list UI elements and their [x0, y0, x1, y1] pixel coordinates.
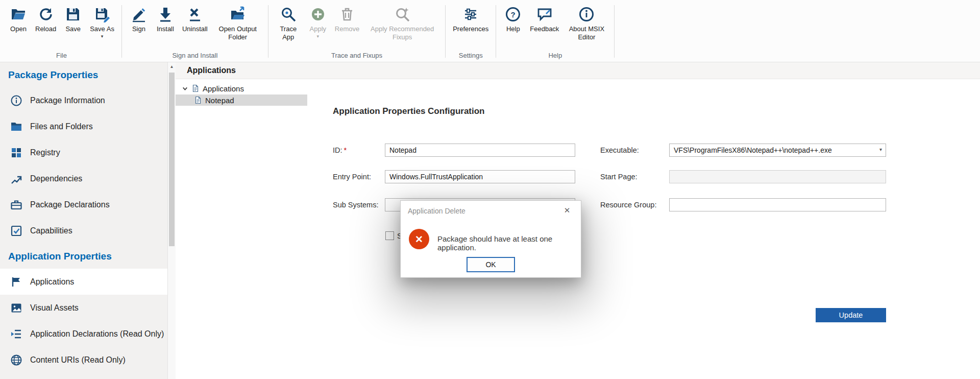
sidebar-item-package-declarations[interactable]: Package Declarations [0, 192, 167, 218]
dialog-ok-button[interactable]: OK [467, 257, 515, 272]
dialog-message: Package should have at least one applica… [437, 234, 581, 252]
document-icon [191, 84, 200, 92]
tree-item-label: Notepad [205, 96, 234, 105]
open-button[interactable]: Open [5, 4, 32, 34]
chevron-down-icon[interactable]: ▾ [101, 34, 104, 39]
output-folder-icon [229, 5, 247, 23]
sidebar-item-label: Package Declarations [30, 200, 110, 209]
feedback-button[interactable]: Feedback [526, 4, 562, 34]
resource-group-input[interactable] [669, 198, 886, 211]
ribbon-separator [496, 5, 496, 58]
save-icon [64, 5, 82, 23]
ribbon-group-sign-label: Sign and Install [124, 52, 266, 59]
ribbon-group-help-label: Help [498, 52, 612, 59]
tree-item-applications[interactable]: Applications [176, 83, 307, 94]
about-info-icon [577, 5, 596, 23]
save-as-label: Save As [90, 25, 114, 33]
save-label: Save [65, 25, 81, 33]
applications-tree: Applications Notepad [176, 79, 307, 379]
close-icon[interactable]: ✕ [561, 206, 573, 215]
required-asterisk: * [344, 146, 347, 154]
apply-recommended-fixups-label: Apply Recommended Fixups [366, 25, 438, 41]
help-button[interactable]: ? Help [500, 4, 526, 34]
ribbon-separator [614, 5, 615, 58]
sign-pen-icon [130, 5, 148, 23]
sidebar-item-application-declarations[interactable]: Application Declarations (Read Only) [0, 321, 167, 347]
ribbon-group-sign-and-install: Sign Install Uninstall Open Output Folde… [124, 0, 266, 62]
chevron-down-icon[interactable] [182, 85, 188, 92]
dialog-title: Application Delete [408, 207, 465, 215]
sign-button[interactable]: Sign [126, 4, 152, 34]
update-button[interactable]: Update [816, 308, 886, 322]
sub-systems-label: Sub Systems: [333, 201, 378, 209]
error-x-glyph: ✕ [415, 233, 423, 245]
sidebar-item-package-information[interactable]: Package Information [0, 87, 167, 113]
entry-point-input[interactable] [385, 170, 575, 183]
about-msix-editor-label: About MSIX Editor [566, 25, 607, 41]
save-button[interactable]: Save [60, 4, 86, 34]
checkbox-check-icon [10, 225, 22, 237]
sidebar-item-capabilities[interactable]: Capabilities [0, 218, 167, 244]
svg-text:?: ? [511, 10, 516, 19]
dependencies-arrow-icon [10, 173, 22, 185]
tree-item-label: Applications [203, 84, 244, 93]
apply-plus-icon [309, 5, 327, 23]
preferences-button[interactable]: Preferences [449, 4, 492, 34]
briefcase-icon [10, 199, 22, 211]
tree-item-notepad[interactable]: Notepad [176, 94, 307, 106]
apply-button: Apply ▾ [305, 4, 331, 40]
sidebar-item-dependencies[interactable]: Dependencies [0, 165, 167, 192]
image-icon [10, 302, 22, 314]
section-title-application-properties: Application Properties [0, 244, 167, 269]
executable-value: VFS\ProgramFilesX86\Notepad++\notepad++.… [674, 146, 832, 154]
error-icon: ✕ [409, 229, 429, 249]
ribbon-group-trace-label: Trace and Fixups [270, 52, 444, 59]
install-button[interactable]: Install [152, 4, 179, 34]
form-title: Application Properties Configuration [333, 106, 485, 116]
reload-button[interactable]: Reload [32, 4, 60, 34]
dropdown-arrow-icon[interactable]: ▾ [879, 147, 882, 152]
executable-dropdown[interactable]: VFS\ProgramFilesX86\Notepad++\notepad++.… [669, 144, 886, 157]
ribbon-group-file-label: File [3, 52, 120, 59]
folder-icon [10, 121, 22, 133]
about-msix-editor-button[interactable]: About MSIX Editor [562, 4, 610, 42]
sidebar-item-label: Content URIs (Read Only) [30, 356, 126, 365]
trace-app-label: Trace App [276, 25, 301, 41]
id-input[interactable] [385, 144, 575, 157]
form-checkbox[interactable] [385, 231, 394, 240]
id-label: ID:* [333, 146, 347, 154]
remove-label: Remove [335, 25, 359, 33]
sidebar-item-files-and-folders[interactable]: Files and Folders [0, 113, 167, 139]
uninstall-button[interactable]: Uninstall [179, 4, 211, 34]
save-as-button[interactable]: Save As ▾ [86, 4, 118, 40]
start-page-input [669, 170, 886, 183]
open-output-folder-label: Open Output Folder [215, 25, 261, 41]
sidebar-item-label: Application Declarations (Read Only) [30, 329, 164, 339]
sidebar-item-label: Dependencies [30, 174, 82, 183]
scrollbar-thumb[interactable] [169, 73, 175, 246]
feedback-label: Feedback [530, 25, 559, 33]
navigation-sidebar: Package Properties Package Information F… [0, 62, 167, 379]
trace-app-button[interactable]: Trace App [272, 4, 305, 42]
document-icon [194, 96, 202, 104]
reload-label: Reload [35, 25, 56, 33]
preferences-sliders-icon [461, 5, 480, 23]
sidebar-item-visual-assets[interactable]: Visual Assets [0, 295, 167, 321]
sidebar-scrollbar[interactable]: ▲ [167, 62, 176, 379]
page-title: Applications [187, 66, 236, 75]
sidebar-item-content-uris[interactable]: Content URIs (Read Only) [0, 347, 167, 373]
sidebar-item-label: Capabilities [30, 226, 72, 235]
scrollbar-up-arrow-icon[interactable]: ▲ [168, 64, 176, 69]
sidebar-item-label: Files and Folders [30, 122, 93, 131]
open-output-folder-button[interactable]: Open Output Folder [211, 4, 264, 42]
help-label: Help [506, 25, 520, 33]
sidebar-item-label: Package Information [30, 96, 105, 105]
save-as-icon [93, 5, 111, 23]
entry-point-label: Entry Point: [333, 173, 371, 181]
uninstall-label: Uninstall [182, 25, 208, 33]
sidebar-item-applications[interactable]: Applications [0, 269, 167, 295]
ribbon-toolbar: Open Reload Save Save As ▾ [0, 0, 980, 62]
page-title-bar: Applications [176, 62, 980, 79]
apply-recommended-fixups-button: Apply Recommended Fixups [363, 4, 442, 42]
sidebar-item-registry[interactable]: Registry [0, 139, 167, 165]
